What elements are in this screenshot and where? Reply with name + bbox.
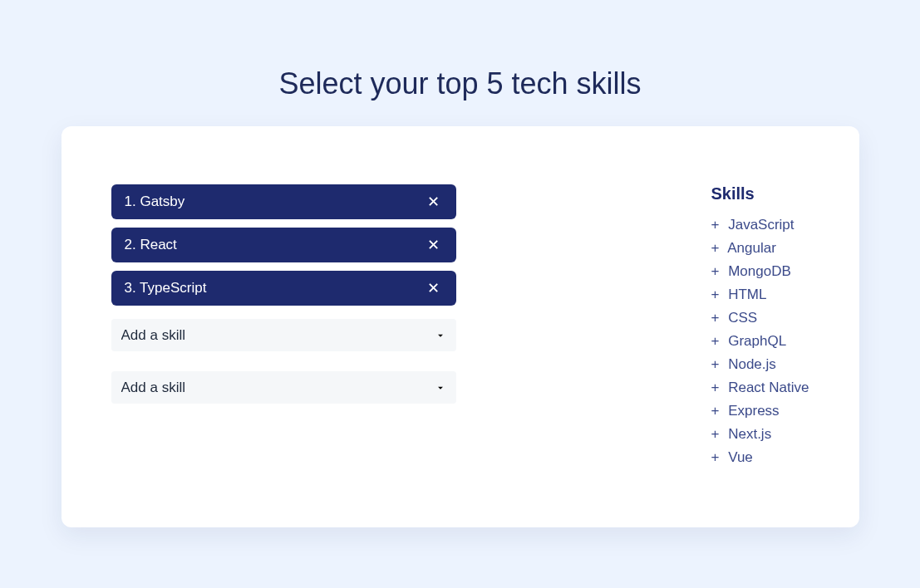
selected-skill-row[interactable]: 2. React ✕ — [111, 228, 456, 262]
available-skills-heading: Skills — [711, 184, 809, 203]
plus-icon: + — [711, 403, 724, 419]
plus-icon: + — [711, 449, 724, 466]
available-skill-item[interactable]: + Node.js — [711, 353, 809, 376]
selected-skill-row[interactable]: 3. TypeScript ✕ — [111, 271, 456, 306]
available-skill-item[interactable]: + Vue — [711, 446, 809, 469]
selected-skill-index: 2. — [125, 237, 136, 252]
available-skill-item[interactable]: + Angular — [711, 237, 809, 260]
selected-skill-label: 3. TypeScript — [125, 280, 207, 296]
add-skill-select[interactable]: Add a skill — [111, 371, 456, 404]
plus-icon: + — [711, 217, 724, 233]
available-skill-label: Express — [728, 403, 779, 419]
selected-skill-name: React — [140, 237, 176, 252]
plus-icon: + — [711, 380, 724, 396]
available-skill-label: Node.js — [728, 356, 776, 372]
remove-skill-icon[interactable]: ✕ — [424, 281, 443, 296]
available-skill-label: CSS — [728, 310, 757, 326]
available-skill-item[interactable]: + HTML — [711, 283, 809, 306]
selected-skill-index: 1. — [125, 194, 136, 209]
plus-icon: + — [711, 356, 724, 373]
available-skill-label: Next.js — [728, 426, 771, 442]
available-skill-item[interactable]: + CSS — [711, 306, 809, 330]
available-skill-item[interactable]: + JavaScript — [711, 213, 809, 237]
selected-skill-row[interactable]: 1. Gatsby ✕ — [111, 184, 456, 219]
available-skill-item[interactable]: + MongoDB — [711, 260, 809, 283]
selected-skill-index: 3. — [125, 280, 136, 296]
available-skill-item[interactable]: + Next.js — [711, 423, 809, 446]
plus-icon: + — [711, 426, 724, 443]
available-skill-label: Vue — [728, 449, 753, 465]
available-skill-label: Angular — [727, 240, 776, 256]
skills-card: 1. Gatsby ✕ 2. React ✕ 3. TypeScript ✕ A… — [61, 126, 859, 527]
selected-skills-column: 1. Gatsby ✕ 2. React ✕ 3. TypeScript ✕ A… — [111, 184, 456, 469]
available-skill-label: React Native — [728, 380, 809, 395]
selected-skill-name: TypeScript — [140, 280, 206, 296]
remove-skill-icon[interactable]: ✕ — [424, 238, 443, 252]
available-skill-label: GraphQL — [728, 333, 786, 349]
available-skill-item[interactable]: + React Native — [711, 376, 809, 399]
plus-icon: + — [711, 287, 724, 303]
plus-icon: + — [711, 240, 724, 257]
available-skill-item[interactable]: + GraphQL — [711, 330, 809, 353]
page-title: Select your top 5 tech skills — [0, 66, 920, 101]
selected-skill-label: 1. Gatsby — [125, 194, 185, 210]
available-skill-label: MongoDB — [728, 263, 791, 279]
plus-icon: + — [711, 310, 724, 326]
available-skills-column: Skills + JavaScript + Angular + MongoDB … — [711, 184, 809, 469]
available-skills-list: + JavaScript + Angular + MongoDB + HTML … — [711, 213, 809, 469]
available-skill-item[interactable]: + Express — [711, 399, 809, 423]
plus-icon: + — [711, 333, 724, 350]
remove-skill-icon[interactable]: ✕ — [424, 194, 443, 209]
add-skill-select[interactable]: Add a skill — [111, 319, 456, 351]
available-skill-label: HTML — [728, 287, 766, 302]
plus-icon: + — [711, 263, 724, 280]
selected-skill-label: 2. React — [125, 237, 177, 253]
available-skill-label: JavaScript — [728, 217, 794, 233]
selected-skill-name: Gatsby — [140, 194, 184, 209]
